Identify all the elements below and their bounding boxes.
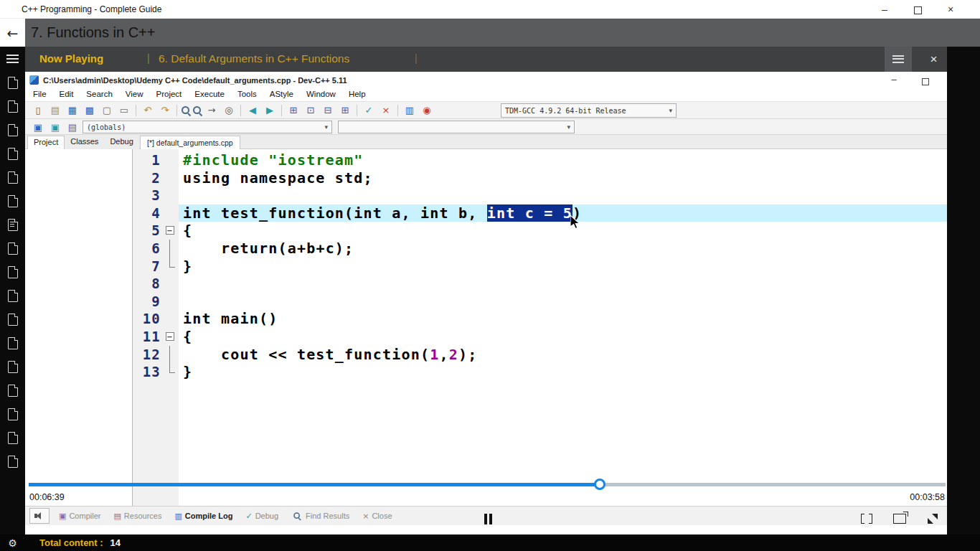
globals-value: (globals)	[87, 123, 126, 131]
fullscreen-button[interactable]	[923, 509, 942, 528]
menu-item-file[interactable]: File	[27, 89, 53, 101]
minimize-button[interactable]: –	[868, 0, 901, 19]
incremental-search-icon[interactable]: ◎	[220, 103, 237, 117]
menu-item-edit[interactable]: Edit	[53, 89, 80, 101]
menu-item-project[interactable]: Project	[150, 89, 189, 101]
globals-select[interactable]: (globals) ▾	[83, 121, 332, 133]
code-line-6[interactable]: 6 return(a+b+c);	[133, 240, 947, 258]
syntax-check-icon[interactable]: ✓	[360, 103, 377, 117]
sidebar-doc-13[interactable]	[6, 361, 19, 373]
bottom-tab-debug[interactable]: ✓Debug	[239, 507, 285, 525]
menu-button[interactable]	[0, 47, 25, 71]
line-number: 10	[133, 310, 163, 328]
panel-tab-classes[interactable]: Classes	[65, 136, 104, 149]
sidebar-doc-3[interactable]	[6, 124, 19, 136]
code-line-3[interactable]: 3	[133, 187, 947, 204]
devcpp-minimize-button[interactable]: –	[883, 74, 905, 85]
sidebar-doc-6[interactable]	[6, 195, 19, 207]
sidebar-doc-15[interactable]	[6, 408, 19, 420]
video-frame[interactable]: C:\Users\admin\Desktop\Udemy C++ Code\de…	[25, 72, 947, 534]
code-line-4[interactable]: 4int test_function(int a, int b, int c =…	[133, 204, 947, 222]
menu-item-tools[interactable]: Tools	[231, 89, 263, 101]
code-line-5[interactable]: 5{	[133, 222, 947, 240]
goto-declaration-icon[interactable]: ▣	[29, 121, 47, 134]
popout-button[interactable]	[890, 509, 909, 528]
save-icon[interactable]: ▦	[64, 103, 81, 117]
goto-definition-icon[interactable]: ▣	[47, 121, 64, 134]
close-video-button[interactable]: ×	[920, 47, 947, 72]
class-browser-icon[interactable]: ▤	[64, 121, 81, 134]
panel-tab-debug[interactable]: Debug	[104, 136, 138, 149]
maximize-button[interactable]	[901, 0, 934, 19]
panel-tab-project[interactable]: Project	[27, 136, 65, 149]
code-line-7[interactable]: 7}	[133, 258, 947, 276]
menu-item-help[interactable]: Help	[342, 89, 372, 101]
back-icon[interactable]: ◀	[244, 103, 261, 117]
devcpp-maximize-button[interactable]	[915, 75, 936, 88]
sidebar-doc-9[interactable]	[6, 266, 19, 278]
profiling-icon[interactable]: ◉	[418, 103, 435, 117]
editor-tab[interactable]: [*] default_arguments.cpp	[140, 136, 240, 149]
pause-button[interactable]	[479, 509, 497, 528]
code-line-12[interactable]: 12 cout << test_function(1,2);	[133, 346, 947, 364]
playlist-button[interactable]	[885, 47, 912, 72]
add-to-project-icon[interactable]: ⊟	[319, 103, 336, 117]
compile-log-tab-icon: ▥	[174, 512, 182, 521]
profile-icon[interactable]: ▥	[401, 103, 418, 117]
close-button[interactable]: ×	[934, 0, 967, 19]
open-project-icon[interactable]: ⊡	[302, 103, 319, 117]
goto-line-icon[interactable]: →	[203, 103, 220, 117]
sidebar-doc-7[interactable]	[6, 219, 19, 231]
fold-start-marker[interactable]	[163, 328, 179, 346]
replace-icon[interactable]	[192, 105, 203, 116]
menu-item-window[interactable]: Window	[300, 89, 342, 101]
bottom-tab-resources[interactable]: ▤Resources	[107, 507, 168, 525]
new-file-icon[interactable]: ▯	[29, 103, 47, 117]
fit-screen-button[interactable]	[857, 509, 876, 528]
sidebar-doc-5[interactable]	[6, 171, 19, 184]
fold-start-marker[interactable]	[163, 222, 179, 240]
sidebar-doc-1[interactable]	[6, 77, 19, 89]
project-options-icon[interactable]: ⊞	[336, 103, 354, 117]
bottom-tab-compile-log[interactable]: ▥Compile Log	[168, 507, 239, 525]
redo-icon[interactable]: ↷	[156, 103, 174, 117]
bottom-tab-compiler[interactable]: ▣Compiler	[52, 507, 107, 525]
seek-bar[interactable]	[29, 483, 946, 486]
code-line-1[interactable]: 1#include "iostream"	[133, 151, 947, 169]
sidebar-doc-8[interactable]	[6, 242, 19, 255]
menu-item-search[interactable]: Search	[80, 89, 118, 101]
speaker-button[interactable]	[29, 508, 50, 524]
print-icon[interactable]: ▭	[116, 103, 133, 117]
sidebar-doc-4[interactable]	[6, 148, 19, 160]
save-all-icon[interactable]: ▩	[81, 103, 98, 117]
code-line-2[interactable]: 2using namespace std;	[133, 169, 947, 187]
sidebar-doc-10[interactable]	[6, 290, 19, 302]
code-line-9[interactable]: 9	[133, 293, 947, 311]
sidebar-doc-17[interactable]	[6, 456, 19, 468]
undo-icon[interactable]: ↶	[139, 103, 156, 117]
compiler-select[interactable]: TDM-GCC 4.9.2 64-bit Release ▾	[501, 103, 677, 118]
close-file-icon[interactable]: ▢	[98, 103, 116, 117]
menu-item-astyle[interactable]: AStyle	[263, 89, 300, 101]
back-button[interactable]: ←	[0, 19, 25, 47]
settings-button[interactable]: ⚙	[0, 534, 25, 551]
sidebar-doc-16[interactable]	[6, 432, 19, 444]
sidebar-doc-14[interactable]	[6, 385, 19, 397]
menu-item-view[interactable]: View	[119, 89, 150, 101]
open-file-icon[interactable]: ▤	[47, 103, 64, 117]
menu-item-execute[interactable]: Execute	[188, 89, 231, 101]
code-line-11[interactable]: 11{	[133, 328, 947, 346]
abort-icon[interactable]: ×	[377, 103, 395, 117]
code-line-10[interactable]: 10int main()	[133, 310, 947, 328]
code-line-8[interactable]: 8	[133, 275, 947, 293]
bottom-tab-find-results[interactable]: Find Results	[285, 507, 356, 525]
forward-icon[interactable]: ▶	[261, 103, 278, 117]
new-project-icon[interactable]: ⊞	[285, 103, 302, 117]
sidebar-doc-11[interactable]	[6, 314, 19, 326]
code-line-13[interactable]: 13}	[133, 363, 947, 381]
find-icon[interactable]	[180, 105, 192, 116]
members-select[interactable]: ▾	[338, 121, 575, 133]
sidebar-doc-12[interactable]	[6, 337, 19, 349]
sidebar-doc-2[interactable]	[6, 100, 19, 113]
bottom-tab-close[interactable]: ×Close	[356, 507, 398, 525]
